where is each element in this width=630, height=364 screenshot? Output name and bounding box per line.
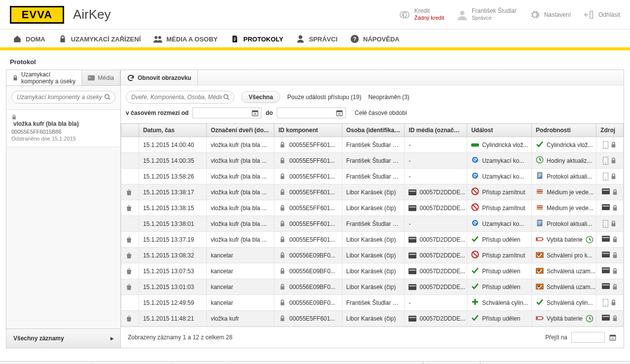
main-search-input[interactable] [130,93,223,101]
filter-access-link[interactable]: Pouze události přístupu (19) [287,94,361,101]
people-icon [153,35,162,43]
table-row[interactable]: 15.1.2015 13:38:01 vložka kufr (bla bla … [121,216,624,232]
table-row[interactable]: 15.1.2015 11:48:21 vložka kufr 00055E5FF… [121,311,624,327]
cell-detail: Vybitá baterie [532,232,596,248]
source-icons [600,173,619,181]
delete-row-button[interactable] [125,315,135,323]
maintenance-button[interactable]: 0 Úkony údržby [423,362,480,364]
table-row[interactable]: 15.1.2015 13:07:53 kancelar 000556E09BF0… [121,263,624,279]
table-row[interactable]: 15.1.2015 13:38:17 vložka kufr (bla bla … [121,184,624,200]
date-to-input[interactable]: 31 [277,108,346,118]
coding-station-status[interactable]: Nerozpoznána žádná kódovací st... - [480,362,608,364]
search-icon [223,94,230,101]
filter-all-button[interactable]: Všechna [241,91,280,103]
delete-row-button[interactable] [125,204,135,212]
svg-rect-8 [234,40,236,41]
card-icon [408,188,416,196]
page-title: Protokol [10,58,624,66]
top-header: EVVA AirKey 1 Kredit Žádný kredit Franti… [0,0,630,30]
cell-event: Přístup udělen [467,232,532,248]
table-row[interactable]: 15.1.2015 13:38:15 vložka kufr (bla bla … [121,200,624,216]
cell-event: Schválená cylin... [467,295,532,311]
cell-media: - [405,137,467,153]
table-row[interactable]: 15.1.2015 13:01:03 kancelar 000556E09BF0… [121,279,624,295]
cell-door: kancelar [207,279,274,295]
cell-component: 00055E5FF601... [274,153,342,169]
detail-icon [536,314,544,323]
cell-date: 15.1.2015 13:38:15 [139,200,206,216]
nav-locks[interactable]: UZAMYKACÍ ZAŘÍZENÍ [58,35,141,43]
clock-icon [586,236,593,244]
col-delete[interactable] [121,124,139,137]
nav-home[interactable]: DOMA [13,35,45,43]
whole-period-link[interactable]: Celé časové období [355,109,407,116]
card-icon [408,283,416,291]
lock-icon [278,204,286,212]
credit-button[interactable]: 1 Kredit Žádný kredit [400,7,445,22]
cell-media: 00057D2DDDE... [405,248,467,263]
card-icon [408,315,416,323]
table-row[interactable]: 15.1.2015 12:49:59 kancelar 000556E09BF0… [121,295,624,311]
col-detail[interactable]: Podrobnosti [532,124,596,137]
sub-tab-media[interactable]: Média [82,70,120,85]
sidebar-search-input[interactable] [16,93,104,101]
user-button[interactable]: František Študlar Správce [457,7,517,22]
cell-door: vložka kufr (bla bla ... [207,137,274,153]
table-row[interactable]: 15.1.2015 14:00:40 vložka kufr (bla bla … [121,137,624,153]
credit-icon: 1 [400,9,410,20]
detail-icon [536,203,544,213]
logout-button[interactable]: Odhlásit [584,9,620,20]
table-row[interactable]: 15.1.2015 14:00:35 vložka kufr (bla bla … [121,153,624,169]
cell-detail: Cylindrická vlož... [532,137,596,153]
sub-tab-components[interactable]: Uzamykací komponenty a úseky [6,70,82,85]
source-icons [600,315,619,322]
nav-protocols[interactable]: PROTOKOLY [230,35,283,43]
cell-component: 000556E09BF0... [274,295,342,311]
table-row[interactable]: 15.1.2015 13:08:32 kancelar 000556E09BF0… [121,248,624,263]
filter-unauth-link[interactable]: Neoprávněn (3) [368,94,409,101]
table-row[interactable]: 15.1.2015 13:37:19 vložka kufr (bla bla … [121,232,624,248]
cell-event: Přístup udělen [467,311,532,327]
svg-point-4 [155,36,158,39]
calendar-icon: 31 [335,109,343,117]
calendar-icon[interactable]: 31 [609,333,617,341]
nav-help[interactable]: ? NÁPOVĚDA [350,35,400,43]
cell-source [596,232,624,248]
goto-input[interactable] [571,332,605,343]
sidebar-search[interactable] [11,91,115,104]
col-person[interactable]: Osoba (identifikace) [342,124,405,137]
svg-text:31: 31 [611,337,614,340]
cell-component: 00055E5FF601... [274,311,342,327]
nav-admins[interactable]: SPRÁVCI [296,35,337,43]
col-date[interactable]: Datum, čas [139,124,206,137]
col-event[interactable]: Událost [467,124,532,137]
col-source[interactable]: Zdroj [596,124,624,137]
refresh-button[interactable]: Obnovit obrazovku [121,70,198,85]
delete-row-button[interactable] [125,283,135,291]
cell-source [596,184,624,200]
svg-point-5 [158,36,161,39]
event-icon [471,187,479,197]
nav-protocols-label: PROTOKOLY [243,36,283,43]
svg-rect-7 [234,39,236,39]
delete-row-button[interactable] [125,252,135,259]
cell-media: - [405,169,467,184]
card-icon [408,267,416,275]
all-records-button[interactable]: Všechny záznamy ▸ [6,328,120,348]
table-row[interactable]: 15.1.2015 13:58:26 vložka kufr (bla bla … [121,169,624,184]
main-search[interactable] [126,91,234,104]
date-from-input[interactable]: 31 [192,108,261,118]
cell-source [596,263,624,279]
delete-row-button[interactable] [125,236,135,244]
col-media[interactable]: ID média (označení) [405,124,467,137]
delete-row-button[interactable] [125,188,135,196]
settings-button[interactable]: Nastavení [529,9,571,20]
logout-label: Odhlásit [598,11,620,18]
col-door[interactable]: Označení dveří (do... [207,124,274,137]
delete-row-button[interactable] [125,267,135,275]
col-comp[interactable]: ID komponent [274,124,342,137]
cell-event: Přístup zamítnut [467,248,532,263]
sidebar-item-vlozka[interactable]: vložka kufr (bla bla bla) 00055E5FF6015B… [6,110,120,147]
cell-media: - [405,216,467,232]
nav-media[interactable]: MÉDIA A OSOBY [153,35,218,43]
